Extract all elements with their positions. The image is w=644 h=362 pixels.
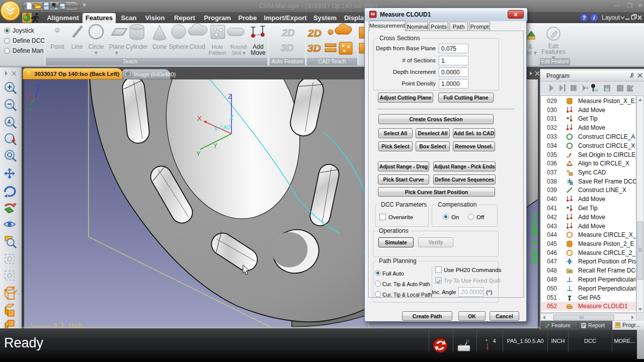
- svg-text:X: X: [214, 126, 218, 132]
- svg-text:Y: Y: [196, 150, 201, 157]
- svg-text:?: ?: [583, 15, 586, 21]
- svg-text:Z: Z: [36, 84, 40, 90]
- svg-text:3D: 3D: [307, 42, 321, 54]
- svg-text:Z: Z: [228, 93, 232, 100]
- svg-text:Z: Z: [230, 114, 233, 121]
- svg-text:Layout: Layout: [602, 14, 620, 21]
- svg-text:2D: 2D: [281, 27, 295, 38]
- svg-text:ne ▾: ne ▾: [525, 49, 537, 56]
- svg-text:X: X: [197, 115, 202, 122]
- svg-text:0.0000 0.0400: 0.0000 0.0400: [530, 213, 538, 264]
- svg-text:2D: 2D: [307, 27, 321, 39]
- svg-text:3D: 3D: [281, 42, 294, 53]
- svg-text:A: A: [8, 119, 11, 125]
- svg-text:Y: Y: [29, 106, 33, 112]
- svg-text:CAD: CAD: [220, 125, 230, 130]
- svg-text:Y: Y: [213, 142, 217, 149]
